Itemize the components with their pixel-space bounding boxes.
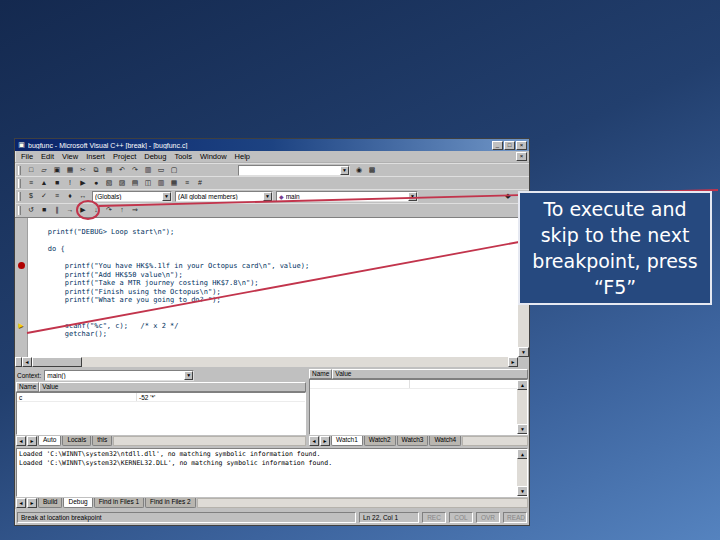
execute-program-icon[interactable]: !: [64, 178, 76, 189]
output-hscrollbar[interactable]: [197, 498, 528, 508]
undo-icon[interactable]: ↶: [116, 165, 128, 176]
editor-margin[interactable]: [15, 218, 28, 357]
goto-definition-icon[interactable]: ✓: [38, 191, 50, 202]
output-vscrollbar[interactable]: ▲ ▼: [517, 449, 527, 496]
save-all-icon[interactable]: ▦: [64, 165, 76, 176]
watch-pane-icon[interactable]: ◫: [142, 178, 154, 189]
scroll-down-icon[interactable]: ▼: [517, 486, 528, 496]
variables-tab[interactable]: Auto: [38, 436, 61, 446]
chevron-down-icon[interactable]: ▼: [263, 192, 272, 201]
paste-icon[interactable]: ▤: [103, 165, 115, 176]
tab-scroll-right-icon[interactable]: ►: [320, 436, 330, 446]
stop-debugging-icon[interactable]: ■: [38, 205, 50, 216]
menu-item[interactable]: Debug: [140, 151, 170, 162]
new-file-icon[interactable]: □: [25, 165, 37, 176]
chevron-down-icon[interactable]: ▼: [184, 371, 193, 380]
tab-scroll-left-icon[interactable]: ◄: [309, 436, 319, 446]
watch-tab[interactable]: Watch4: [429, 436, 461, 446]
tab-scroll-right-icon[interactable]: ►: [27, 436, 37, 446]
watch-tab[interactable]: Watch1: [331, 436, 363, 446]
members-filter-icon[interactable]: $: [25, 191, 37, 202]
run-to-cursor-icon[interactable]: ⇒: [129, 205, 141, 216]
restart-icon[interactable]: ↺: [25, 205, 37, 216]
watch-row[interactable]: [310, 380, 527, 389]
tab-scroll-right-icon[interactable]: ►: [27, 498, 37, 508]
menu-item[interactable]: Tools: [170, 151, 196, 162]
column-header[interactable]: Name: [16, 382, 39, 392]
column-header[interactable]: Value: [332, 369, 528, 379]
watch-vscrollbar[interactable]: ▲ ▼: [517, 380, 527, 434]
toolbar-grip[interactable]: [18, 206, 21, 215]
step-out-icon[interactable]: ↑: [116, 205, 128, 216]
wizard-menu-icon[interactable]: ≡: [51, 191, 63, 202]
registers-pane-icon[interactable]: ▥: [155, 178, 167, 189]
menu-item[interactable]: Window: [196, 151, 231, 162]
scroll-down-icon[interactable]: ▼: [517, 424, 528, 434]
toolbar-grip[interactable]: [18, 179, 21, 188]
menu-item[interactable]: Edit: [37, 151, 58, 162]
wizard-go-icon[interactable]: ◆: [502, 191, 514, 202]
title-bar[interactable]: ▣ bugfunc - Microsoft Visual C++ [break]…: [15, 139, 529, 151]
close-button[interactable]: ×: [516, 141, 527, 150]
tab-scroll-left-icon[interactable]: ◄: [16, 498, 26, 508]
menu-item[interactable]: Project: [109, 151, 140, 162]
context-combo[interactable]: main() ▼: [44, 370, 194, 381]
variable-row[interactable]: c-52 '*': [17, 393, 305, 402]
output-log[interactable]: Loaded 'C:\WINNT\system32\ntdll.dll', no…: [16, 448, 528, 497]
stop-build-icon[interactable]: ■: [51, 178, 63, 189]
scroll-left-icon[interactable]: ◄: [22, 357, 32, 367]
cut-icon[interactable]: ✂: [77, 165, 89, 176]
menu-item[interactable]: File: [17, 151, 37, 162]
scroll-up-icon[interactable]: ▲: [517, 449, 528, 459]
column-header[interactable]: Value: [39, 382, 306, 392]
output-tab[interactable]: Find in Files 2: [145, 498, 195, 508]
output-tab[interactable]: Build: [38, 498, 62, 508]
menu-item[interactable]: Insert: [82, 151, 109, 162]
workspace-pane-icon[interactable]: ▧: [103, 178, 115, 189]
find-combo[interactable]: ▼: [238, 165, 350, 176]
disassembly-icon[interactable]: #: [194, 178, 206, 189]
menu-item[interactable]: View: [58, 151, 82, 162]
variables-tab[interactable]: Locals: [62, 436, 91, 446]
split-box[interactable]: [15, 357, 22, 367]
breakpoint-marker[interactable]: [18, 262, 25, 269]
open-file-icon[interactable]: ▱: [38, 165, 50, 176]
compile-icon[interactable]: ≡: [25, 178, 37, 189]
scroll-thumb[interactable]: [32, 357, 82, 367]
pane-hscrollbar[interactable]: [113, 436, 306, 446]
show-next-statement-icon[interactable]: →: [64, 205, 76, 216]
menu-item[interactable]: Help: [231, 151, 254, 162]
output-tab[interactable]: Debug: [63, 498, 92, 508]
members-combo[interactable]: (All global members) ▼: [175, 191, 273, 202]
scroll-right-icon[interactable]: ►: [508, 357, 518, 367]
insert-breakpoint-icon[interactable]: ●: [90, 178, 102, 189]
column-header[interactable]: Name: [309, 369, 332, 379]
watch-grid[interactable]: ▲ ▼: [309, 379, 528, 435]
minimize-button[interactable]: _: [492, 141, 503, 150]
output-window-icon[interactable]: ▭: [155, 165, 167, 176]
build-icon[interactable]: ▲: [38, 178, 50, 189]
function-combo[interactable]: ◆ main ▼: [276, 191, 418, 202]
tab-scroll-left-icon[interactable]: ◄: [16, 436, 26, 446]
class-combo[interactable]: (Globals) ▼: [92, 191, 172, 202]
code-text[interactable]: printf("DEBUG> Loop start\n"); do { prin…: [31, 228, 517, 356]
toolbar-grip[interactable]: [18, 192, 21, 201]
copy-icon[interactable]: ⧉: [90, 165, 102, 176]
class-view-icon[interactable]: ♦: [64, 191, 76, 202]
watch-tab[interactable]: Watch3: [397, 436, 429, 446]
code-editor[interactable]: ► printf("DEBUG> Loop start\n"); do { pr…: [15, 217, 529, 367]
mdi-close-button[interactable]: ×: [516, 152, 527, 161]
search-icon[interactable]: ◉: [353, 165, 365, 176]
chevron-down-icon[interactable]: ▼: [162, 192, 171, 201]
editor-hscrollbar[interactable]: ◄ ►: [15, 357, 518, 367]
memory-pane-icon[interactable]: ▦: [168, 178, 180, 189]
go-icon[interactable]: ▶: [77, 178, 89, 189]
scroll-down-icon[interactable]: ▼: [518, 347, 529, 357]
break-execution-icon[interactable]: ∥: [51, 205, 63, 216]
save-icon[interactable]: ▣: [51, 165, 63, 176]
watch-tab[interactable]: Watch2: [364, 436, 396, 446]
scroll-up-icon[interactable]: ▲: [517, 380, 528, 390]
redo-icon[interactable]: ↷: [129, 165, 141, 176]
toolbar-grip[interactable]: [18, 166, 21, 175]
variables-grid[interactable]: c-52 '*': [16, 392, 306, 435]
